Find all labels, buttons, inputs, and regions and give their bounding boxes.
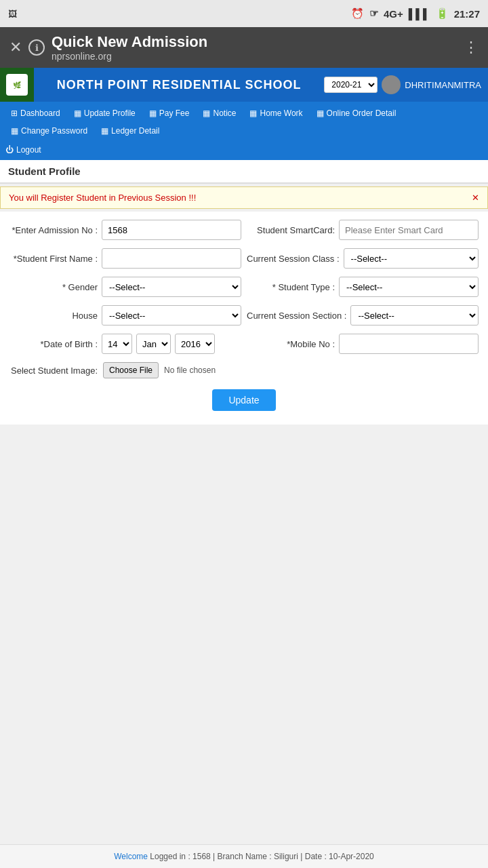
nav-bar-2: ⏻ Logout <box>0 142 488 160</box>
logout-icon: ⏻ <box>5 145 14 155</box>
smartcard-col: Student SmartCard: <box>247 220 479 240</box>
update-profile-icon: ▦ <box>74 108 81 118</box>
nav-dashboard[interactable]: ⊞ Dashboard <box>5 106 66 121</box>
pay-fee-icon: ▦ <box>149 108 157 118</box>
session-select[interactable]: 2020-21 <box>324 77 378 93</box>
alarm-icon: ⏰ <box>351 7 364 20</box>
nav-homework[interactable]: ▦ Home Work <box>244 106 308 121</box>
session-class-label: Current Session Class : <box>247 254 340 264</box>
dob-day-select[interactable]: 14 <box>102 334 132 354</box>
firstname-input[interactable] <box>102 248 241 269</box>
change-password-icon: ▦ <box>11 126 18 136</box>
file-input-wrapper: Choose File No file chosen <box>103 362 216 378</box>
smartcard-label: Student SmartCard: <box>247 225 335 235</box>
school-header: 🌿 NORTH POINT RESIDENTIAL SCHOOL 2020-21… <box>0 68 488 102</box>
session-class-col: Current Session Class : --Select-- <box>247 248 479 269</box>
gender-label: * Gender <box>9 282 98 292</box>
signal-icon: ▌▌▌ <box>409 8 430 20</box>
gender-row: * Gender --Select-- * Student Type : --S… <box>9 277 479 297</box>
admission-label: *Enter Admission No : <box>9 225 98 235</box>
nav-pay-fee[interactable]: ▦ Pay Fee <box>144 106 195 121</box>
session-class-select[interactable]: --Select-- <box>344 248 479 269</box>
logo-image: 🌿 <box>6 74 28 96</box>
gender-select[interactable]: --Select-- <box>102 277 241 297</box>
nav-update-profile[interactable]: ▦ Update Profile <box>68 106 141 121</box>
house-select[interactable]: --Select-- <box>102 305 241 326</box>
gallery-icon: 🖼 <box>8 9 17 19</box>
close-button[interactable]: ✕ <box>9 39 22 56</box>
firstname-label: *Student First Name : <box>9 254 98 264</box>
notice-icon: ▦ <box>203 108 210 118</box>
nav-bar: ⊞ Dashboard ▦ Update Profile ▦ Pay Fee ▦… <box>0 102 488 142</box>
house-row: House --Select-- Current Session Section… <box>9 305 479 326</box>
mobile-label: *Mobile No : <box>247 339 335 349</box>
nav-ledger[interactable]: ▦ Ledger Detail <box>96 123 165 138</box>
browser-bar: ✕ ℹ Quick New Admission nprsonline.org ⋮ <box>0 27 488 68</box>
house-col: House --Select-- <box>9 305 241 326</box>
smartcard-input[interactable] <box>339 220 479 240</box>
footer: Welcome Logged in : 1568 | Branch Name :… <box>0 844 488 868</box>
nav-online-order[interactable]: ▦ Online Order Detail <box>311 106 402 121</box>
browser-title: Quick New Admission nprsonline.org <box>52 33 457 62</box>
dob-label: *Date of Birth : <box>9 339 98 349</box>
warning-message: You will Register Student in Previous Se… <box>9 193 196 203</box>
image-label: Select Student Image: <box>9 366 98 376</box>
student-type-select[interactable]: --Select-- <box>339 277 479 297</box>
homework-icon: ▦ <box>249 108 257 118</box>
touch-icon: ☞ <box>369 7 378 20</box>
divider <box>0 183 488 184</box>
update-button[interactable]: Update <box>212 389 275 411</box>
nav-notice[interactable]: ▦ Notice <box>197 106 241 121</box>
page-main-title: Quick New Admission <box>52 33 457 51</box>
student-type-col: * Student Type : --Select-- <box>247 277 479 297</box>
logged-in-info: Logged in : 1568 <box>150 852 210 861</box>
status-right: ⏰ ☞ 4G+ ▌▌▌ 🔋 21:27 <box>351 7 480 20</box>
avatar <box>382 75 401 94</box>
ledger-icon: ▦ <box>101 126 108 136</box>
page-title-bar: Student Profile <box>0 160 488 183</box>
student-type-label: * Student Type : <box>247 282 335 292</box>
warning-banner: You will Register Student in Previous Se… <box>0 186 488 209</box>
welcome-label: Welcome <box>114 852 148 861</box>
house-label: House <box>9 311 98 321</box>
choose-file-button[interactable]: Choose File <box>103 362 159 378</box>
dob-selects: 14 Jan 2016 <box>102 334 215 354</box>
logout-button[interactable]: ⏻ Logout <box>5 145 483 155</box>
dob-row: *Date of Birth : 14 Jan 2016 *Mobile No … <box>9 334 479 354</box>
username-label: DHRITIMANMITRA <box>405 80 481 90</box>
network-label: 4G+ <box>384 8 403 20</box>
admission-input[interactable] <box>102 220 241 240</box>
school-name: NORTH POINT RESIDENTIAL SCHOOL <box>34 78 324 92</box>
school-right: 2020-21 DHRITIMANMITRA <box>324 75 488 94</box>
dob-col: *Date of Birth : 14 Jan 2016 <box>9 334 241 354</box>
page-subtitle: nprsonline.org <box>52 51 457 62</box>
dob-month-select[interactable]: Jan <box>136 334 171 354</box>
nav-change-password[interactable]: ▦ Change Password <box>5 123 93 138</box>
session-section-select[interactable]: --Select-- <box>350 305 479 326</box>
session-section-label: Current Session Section : <box>247 311 346 321</box>
admission-col: *Enter Admission No : <box>9 220 241 240</box>
gender-col: * Gender --Select-- <box>9 277 241 297</box>
warning-close-icon[interactable]: ✕ <box>472 193 479 203</box>
info-icon: ℹ <box>28 39 45 56</box>
mobile-col: *Mobile No : <box>247 334 479 354</box>
page-title: Student Profile <box>8 165 81 177</box>
admission-row: *Enter Admission No : Student SmartCard: <box>9 220 479 240</box>
dashboard-icon: ⊞ <box>11 108 18 118</box>
firstname-col: *Student First Name : <box>9 248 241 269</box>
date-info: Date : 10-Apr-2020 <box>305 852 374 861</box>
firstname-row: *Student First Name : Current Session Cl… <box>9 248 479 269</box>
branch-info: Branch Name : Siliguri <box>218 852 298 861</box>
battery-icon: 🔋 <box>436 7 449 20</box>
mobile-input[interactable] <box>339 334 479 354</box>
time-label: 21:27 <box>454 8 480 20</box>
form-container: *Enter Admission No : Student SmartCard:… <box>0 212 488 425</box>
status-left: 🖼 <box>8 9 17 19</box>
session-section-col: Current Session Section : --Select-- <box>247 305 479 326</box>
dob-year-select[interactable]: 2016 <box>175 334 215 354</box>
menu-icon[interactable]: ⋮ <box>464 39 479 56</box>
online-order-icon: ▦ <box>317 108 324 118</box>
school-logo: 🌿 <box>0 68 34 102</box>
status-bar: 🖼 ⏰ ☞ 4G+ ▌▌▌ 🔋 21:27 <box>0 0 488 27</box>
no-file-text: No file chosen <box>164 366 216 375</box>
